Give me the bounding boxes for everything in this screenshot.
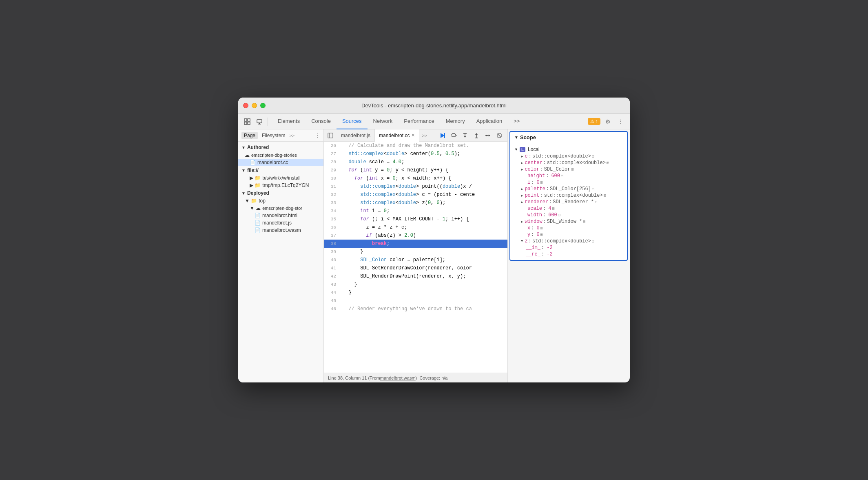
- close-tab-icon[interactable]: ✕: [411, 133, 415, 138]
- inspect-icon[interactable]: [241, 116, 253, 127]
- step-out-button[interactable]: [472, 131, 481, 140]
- step-over-button[interactable]: [449, 131, 458, 140]
- tab-more[interactable]: >>: [508, 114, 525, 129]
- devtools-window: DevTools - emscripten-dbg-stories.netlif…: [238, 98, 630, 382]
- maximize-button[interactable]: [260, 103, 266, 108]
- main-content: Page Filesystem >> ⋮ ▼ Authored ☁ emscri…: [238, 129, 630, 382]
- mandelbrot-wasm-label: mandelbrot.wasm: [262, 227, 301, 233]
- panel-tab-more[interactable]: >>: [289, 133, 294, 138]
- code-line-33: 33 std::complex<double> z(0, 0);: [324, 199, 507, 207]
- svg-marker-9: [441, 133, 445, 138]
- scope-var-z-im[interactable]: __im_: -2: [514, 244, 623, 251]
- resume-button[interactable]: [437, 131, 447, 140]
- tab-network[interactable]: Network: [368, 114, 399, 129]
- scope-caret: ▼: [514, 135, 518, 140]
- mandelbrot-cc-label: mandelbrot.cc: [257, 160, 288, 165]
- expand-i-icon: ⊞: [540, 180, 543, 185]
- expand-z-icon: ⊞: [592, 239, 594, 244]
- code-tab-mandelbrot-cc[interactable]: mandelbrot.cc ✕: [375, 129, 419, 142]
- tree-item-file-scheme[interactable]: ▼ file://: [238, 166, 323, 174]
- tree-item-tmp[interactable]: ▶ 📁 tmp/tmp.ELcTq2YGN: [238, 182, 323, 189]
- mandelbrot-html-label: mandelbrot.html: [262, 213, 297, 218]
- svg-marker-14: [464, 136, 466, 138]
- scope-var-palette[interactable]: ▶ palette: SDL_Color[256] ⊞: [514, 186, 623, 192]
- folder-top-icon: ▼ 📁: [245, 198, 257, 204]
- tab-performance[interactable]: Performance: [398, 114, 440, 129]
- bsw-label: b/s/w/ir/x/w/install: [262, 175, 300, 181]
- scope-var-point[interactable]: ▶ point: std::complex<double> ⊞: [514, 192, 623, 199]
- code-line-39: 39 }: [324, 248, 507, 256]
- toggle-sidebar-button[interactable]: [325, 130, 336, 141]
- step-into-button[interactable]: [460, 131, 470, 140]
- scope-var-color[interactable]: ▶ color: SDL_Color ⊞: [514, 166, 623, 173]
- code-line-34: 34 int i = 0;: [324, 207, 507, 215]
- code-area[interactable]: 26 // Calculate and draw the Mandelbrot …: [324, 142, 507, 373]
- tree-item-mandelbrot-wasm[interactable]: 📄 mandelbrot.wasm: [238, 227, 323, 234]
- tree-item-emscripten-cloud[interactable]: ☁ emscripten-dbg-stories: [238, 151, 323, 159]
- code-tab-mandelbrot-js[interactable]: mandelbrot.js: [337, 129, 375, 142]
- code-line-37: 37 if (abs(z) > 2.0): [324, 231, 507, 240]
- tree-item-mandelbrot-js[interactable]: 📄 mandelbrot.js: [238, 219, 323, 227]
- code-line-43: 43 }: [324, 280, 507, 289]
- titlebar: DevTools - emscripten-dbg-stories.netlif…: [238, 98, 630, 114]
- tab-sources[interactable]: Sources: [337, 114, 368, 129]
- toolbar-right: ⚠ 1 ⚙ ⋮: [588, 116, 627, 127]
- device-icon[interactable]: [254, 116, 265, 127]
- scope-var-height[interactable]: height: 600 ⊞: [514, 173, 623, 179]
- more-options-icon[interactable]: ⋮: [615, 116, 627, 127]
- warning-icon: ⚠: [590, 119, 594, 124]
- left-panel: Page Filesystem >> ⋮ ▼ Authored ☁ emscri…: [238, 129, 324, 382]
- tab-memory[interactable]: Memory: [440, 114, 471, 129]
- expand-c-icon: ⊞: [592, 154, 594, 159]
- expand-color-icon: ⊞: [571, 167, 574, 172]
- scope-var-c[interactable]: ▶ c: std::complex<double> ⊞: [514, 153, 623, 160]
- svg-marker-11: [456, 135, 457, 136]
- tab-application[interactable]: Application: [471, 114, 508, 129]
- minimize-button[interactable]: [252, 103, 257, 108]
- step-button[interactable]: [483, 131, 493, 140]
- tree-item-mandelbrot-html[interactable]: 📄 mandelbrot.html: [238, 212, 323, 219]
- cloud-deployed-icon: ▼ ☁: [250, 205, 261, 211]
- code-line-30: 30 for (int x = 0; x < width; x++) {: [324, 174, 507, 182]
- scope-var-i[interactable]: i: 0 ⊞: [514, 179, 623, 186]
- settings-icon[interactable]: ⚙: [602, 116, 613, 127]
- tree-item-emscripten-deployed[interactable]: ▼ ☁ emscripten-dbg-stor: [238, 204, 323, 212]
- scope-var-renderer[interactable]: ▶ renderer: SDL_Renderer * ⊞: [514, 199, 623, 205]
- tab-console[interactable]: Console: [306, 114, 337, 129]
- status-wasm-link[interactable]: mandelbrot.wasm: [380, 376, 416, 380]
- scope-local-title[interactable]: ▼ L Local: [514, 146, 623, 153]
- code-line-36: 36 z = z * z + c;: [324, 223, 507, 231]
- scope-body: ▼ L Local ▶ c: std::complex<double> ⊞: [510, 143, 627, 260]
- panel-tab-page[interactable]: Page: [241, 132, 258, 139]
- expand-window-icon: ⊞: [583, 219, 585, 224]
- scope-var-z-re[interactable]: __re_: -2: [514, 251, 623, 258]
- expand-x-icon: ⊞: [540, 226, 543, 231]
- expand-renderer-icon: ⊞: [595, 200, 597, 204]
- expand-scale-icon: ⊞: [552, 206, 554, 211]
- expand-width-icon: ⊞: [558, 213, 560, 218]
- panel-tab-filesystem[interactable]: Filesystem: [259, 132, 288, 139]
- deactivate-breakpoints-button[interactable]: [494, 131, 504, 140]
- tab-elements[interactable]: Elements: [272, 114, 306, 129]
- scope-var-width[interactable]: width: 600 ⊞: [514, 212, 623, 218]
- section-authored[interactable]: ▼ Authored: [238, 143, 323, 151]
- tree-item-bsw[interactable]: ▶ 📁 b/s/w/ir/x/w/install: [238, 174, 323, 182]
- caret-deployed: ▼: [241, 191, 246, 196]
- warning-badge[interactable]: ⚠ 1: [588, 118, 600, 125]
- scope-var-y[interactable]: y: 0 ⊞: [514, 231, 623, 238]
- close-button[interactable]: [243, 103, 248, 108]
- code-tab-more[interactable]: >>: [419, 133, 430, 138]
- scope-var-scale[interactable]: scale: 4 ⊞: [514, 205, 623, 212]
- panel-more-options[interactable]: ⋮: [314, 132, 320, 139]
- svg-rect-7: [328, 133, 333, 138]
- scope-var-center[interactable]: ▶ center: std::complex<double> ⊞: [514, 160, 623, 166]
- tree-item-mandelbrot-cc[interactable]: 📄 mandelbrot.cc: [238, 159, 323, 166]
- code-line-38: 38 break;: [324, 240, 507, 248]
- scope-var-x[interactable]: x: 0 ⊞: [514, 225, 623, 231]
- tree-item-top[interactable]: ▼ 📁 top: [238, 197, 323, 204]
- scope-var-window[interactable]: ▶ window: SDL_Window * ⊞: [514, 218, 623, 225]
- section-deployed[interactable]: ▼ Deployed: [238, 189, 323, 197]
- scope-var-z[interactable]: ▼ z: std::complex<double> ⊞: [514, 238, 623, 244]
- svg-line-22: [498, 134, 500, 137]
- folder-bsw-icon: ▶ 📁: [250, 175, 261, 181]
